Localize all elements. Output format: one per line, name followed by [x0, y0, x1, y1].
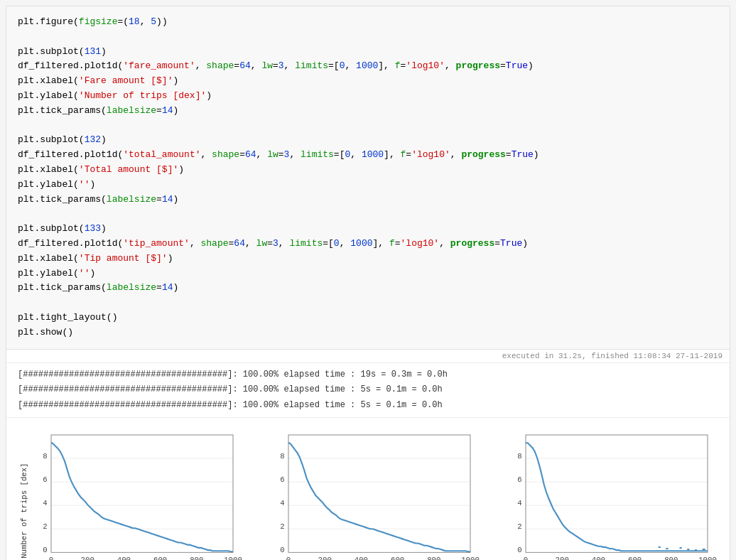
svg-text:400: 400 — [117, 556, 131, 560]
svg-text:600: 600 — [153, 556, 167, 560]
svg-rect-39 — [526, 435, 708, 552]
chart-total-amount: 0 2 4 6 8 0 200 400 600 800 1000 Total a… — [254, 425, 482, 560]
svg-text:6: 6 — [280, 475, 284, 484]
svg-text:0: 0 — [280, 546, 284, 555]
svg-text:800: 800 — [190, 556, 203, 560]
chart-fare-amount: 0 2 4 6 8 0 200 400 600 800 1000 — [17, 425, 244, 560]
svg-text:6: 6 — [43, 475, 47, 484]
svg-text:800: 800 — [664, 556, 678, 560]
svg-text:4: 4 — [280, 500, 284, 508]
svg-text:2: 2 — [43, 523, 47, 532]
svg-text:Number of trips [dex]: Number of trips [dex] — [20, 463, 28, 559]
chart-fare-svg: 0 2 4 6 8 0 200 400 600 800 1000 — [17, 425, 244, 560]
svg-text:1000: 1000 — [698, 556, 717, 560]
execution-info: executed in 31.2s, finished 11:08:34 27-… — [6, 350, 730, 363]
progress-line-3: [#######################################… — [18, 398, 718, 414]
svg-text:600: 600 — [628, 556, 642, 560]
progress-line-1: [#######################################… — [18, 367, 718, 383]
svg-text:1000: 1000 — [224, 556, 242, 560]
code-block[interactable]: plt.figure(figsize=(18, 5)) plt.subplot(… — [6, 6, 730, 350]
chart-tip-amount: 0 2 4 6 8 0 200 400 600 800 1000 — [492, 425, 719, 560]
svg-text:800: 800 — [427, 556, 440, 560]
svg-text:2: 2 — [280, 523, 284, 532]
svg-text:200: 200 — [81, 556, 94, 560]
svg-text:6: 6 — [517, 475, 521, 484]
svg-text:0: 0 — [517, 546, 521, 555]
svg-text:200: 200 — [556, 556, 569, 560]
svg-text:400: 400 — [355, 556, 368, 560]
charts-area: 0 2 4 6 8 0 200 400 600 800 1000 — [6, 418, 730, 560]
svg-text:4: 4 — [43, 500, 47, 508]
svg-text:0: 0 — [524, 556, 528, 560]
svg-text:8: 8 — [43, 452, 47, 461]
svg-text:0: 0 — [49, 556, 53, 560]
svg-text:8: 8 — [517, 452, 521, 461]
chart-tip-svg: 0 2 4 6 8 0 200 400 600 800 1000 — [492, 425, 719, 560]
svg-text:600: 600 — [391, 556, 404, 560]
svg-text:400: 400 — [592, 556, 605, 560]
svg-text:8: 8 — [280, 452, 284, 461]
svg-rect-20 — [288, 435, 470, 552]
progress-line-2: [#######################################… — [18, 382, 718, 398]
svg-text:200: 200 — [318, 556, 332, 560]
svg-text:1000: 1000 — [461, 556, 480, 560]
svg-text:2: 2 — [517, 523, 521, 532]
svg-text:0: 0 — [43, 546, 47, 555]
svg-text:0: 0 — [286, 556, 291, 560]
progress-output: [#######################################… — [6, 363, 730, 419]
chart-total-svg: 0 2 4 6 8 0 200 400 600 800 1000 Total a… — [254, 425, 482, 560]
notebook-cell: plt.figure(figsize=(18, 5)) plt.subplot(… — [6, 6, 730, 560]
svg-text:4: 4 — [517, 500, 521, 508]
